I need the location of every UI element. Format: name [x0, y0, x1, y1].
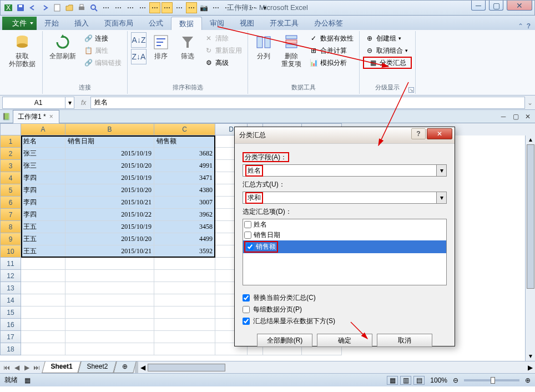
row-header[interactable]: 15	[0, 306, 21, 319]
zoom-in-button[interactable]: ⊕	[525, 376, 531, 384]
qat-btn[interactable]: ⋯	[125, 2, 136, 13]
row-header[interactable]: 9	[0, 233, 21, 245]
tab-view[interactable]: 视图	[232, 17, 262, 30]
cell[interactable]	[21, 319, 65, 331]
row-header[interactable]: 16	[0, 319, 21, 331]
cell[interactable]: 2015/10/19	[65, 148, 154, 160]
page-break-button[interactable]: ▤	[413, 376, 425, 385]
row-header[interactable]: 5	[0, 184, 21, 197]
row-header[interactable]: 12	[0, 270, 21, 282]
qat-btn[interactable]: ⋯	[113, 2, 124, 13]
cell[interactable]	[154, 282, 215, 294]
page-checkbox[interactable]: 每组数据分页(P)	[243, 305, 447, 314]
column-header[interactable]: C	[154, 123, 215, 135]
whatif-button[interactable]: 📊模拟分析	[307, 57, 356, 69]
connections-button[interactable]: 🔗连接	[82, 32, 124, 44]
close-button[interactable]: ✕	[507, 1, 532, 11]
new-sheet-button[interactable]: ⊕	[114, 361, 137, 373]
sort-button[interactable]: 排序	[149, 32, 173, 61]
zoom-out-button[interactable]: ⊖	[453, 376, 458, 384]
cell[interactable]	[154, 258, 215, 270]
cell[interactable]: 2015/10/21	[65, 197, 154, 209]
cell[interactable]: 2015/10/19	[65, 172, 154, 184]
list-item[interactable]: 销售额	[243, 240, 446, 253]
name-box[interactable]: A1▾	[2, 97, 74, 109]
tab-layout[interactable]: 页面布局	[97, 17, 141, 30]
save-icon[interactable]	[15, 2, 26, 13]
qat-preview-icon[interactable]	[88, 2, 99, 13]
cell[interactable]	[65, 282, 154, 294]
cell[interactable]	[65, 319, 154, 331]
filter-button[interactable]: 筛选	[175, 32, 200, 61]
cell[interactable]	[65, 306, 154, 319]
cell[interactable]: 4499	[154, 233, 215, 245]
row-header[interactable]: 11	[0, 258, 21, 270]
cell[interactable]	[21, 258, 65, 270]
cell[interactable]: 张三	[21, 160, 65, 172]
cell[interactable]: 2015/10/19	[65, 221, 154, 233]
formula-input[interactable]: 姓名	[90, 97, 525, 109]
cell[interactable]: 2015/10/20	[65, 184, 154, 197]
tab-office[interactable]: 办公标签	[306, 17, 351, 30]
remove-all-button[interactable]: 全部删除(R)	[257, 334, 312, 347]
cell[interactable]	[21, 270, 65, 282]
sheet-tab[interactable]: Sheet1	[42, 361, 81, 373]
cell[interactable]: 4991	[154, 160, 215, 172]
cell[interactable]: 3471	[154, 172, 215, 184]
page-layout-button[interactable]: ▥	[400, 376, 411, 385]
cell[interactable]: 2015/10/22	[65, 209, 154, 221]
horizontal-scrollbar[interactable]: ◀ ▶	[138, 361, 535, 373]
dialog-titlebar[interactable]: 分类汇总 ? ✕	[235, 127, 455, 144]
cell[interactable]	[21, 282, 65, 294]
maximize-button[interactable]: ▢	[489, 1, 503, 11]
group-button[interactable]: ⊕创建组▾	[363, 32, 412, 44]
refresh-all-button[interactable]: 全部刷新	[46, 32, 79, 61]
subtotal-button[interactable]: ▦分类汇总	[363, 57, 412, 69]
dropdown-icon[interactable]: ▾	[436, 165, 446, 176]
cell[interactable]: 姓名	[21, 135, 65, 148]
dropdown-icon[interactable]: ▾	[436, 192, 446, 203]
replace-checkbox[interactable]: 替换当前分类汇总(C)	[243, 293, 447, 303]
row-header[interactable]: 8	[0, 221, 21, 233]
row-header[interactable]: 13	[0, 282, 21, 294]
next-sheet-icon[interactable]: ▶	[22, 363, 31, 372]
qat-btn[interactable]: ⋯	[137, 2, 148, 13]
func-combo[interactable]: 求和 ▾	[243, 192, 447, 204]
row-header[interactable]: 4	[0, 172, 21, 184]
expand-formula-icon[interactable]: ⌄	[525, 99, 535, 107]
cell[interactable]: 李四	[21, 209, 65, 221]
minimize-button[interactable]: ─	[471, 1, 486, 11]
cell[interactable]: 3682	[154, 148, 215, 160]
column-header[interactable]: B	[65, 123, 154, 135]
cancel-button[interactable]: 取消	[377, 334, 432, 347]
cell[interactable]	[21, 294, 65, 306]
dialog-help-button[interactable]: ?	[411, 128, 426, 139]
row-header[interactable]: 14	[0, 294, 21, 306]
excel-icon[interactable]: X	[3, 2, 14, 13]
camera-icon[interactable]: 📷	[198, 2, 209, 13]
ungroup-button[interactable]: ⊖取消组合▾	[363, 44, 412, 57]
row-header[interactable]: 1	[0, 135, 21, 148]
text-to-columns-button[interactable]: 分列	[251, 32, 276, 61]
remove-duplicates-button[interactable]: 删除 重复项	[278, 32, 305, 69]
list-item[interactable]: 姓名	[243, 219, 446, 230]
reapply-button[interactable]: ↻重新应用	[202, 44, 244, 57]
qat-new-icon[interactable]	[52, 2, 63, 13]
cell[interactable]: 2015/10/20	[65, 160, 154, 172]
cell[interactable]	[65, 331, 154, 343]
row-header[interactable]: 2	[0, 148, 21, 160]
tab-dev[interactable]: 开发工具	[262, 17, 306, 30]
advanced-filter-button[interactable]: ⚙高级	[202, 57, 244, 69]
properties-button[interactable]: 📋属性	[82, 44, 124, 57]
cell[interactable]: 王五	[21, 245, 65, 258]
items-list[interactable]: 姓名销售日期销售额	[243, 219, 447, 285]
tab-insert[interactable]: 插入	[67, 17, 97, 30]
cell[interactable]: 销售额	[154, 135, 215, 148]
sort-asc-button[interactable]: A↓Z	[131, 32, 147, 48]
close-tab-icon[interactable]: ×	[48, 113, 54, 120]
cell[interactable]: 2015/10/21	[65, 245, 154, 258]
cell[interactable]: 李四	[21, 184, 65, 197]
cell[interactable]: 2015/10/20	[65, 233, 154, 245]
cell[interactable]	[21, 331, 65, 343]
zoom-slider[interactable]	[464, 379, 519, 381]
